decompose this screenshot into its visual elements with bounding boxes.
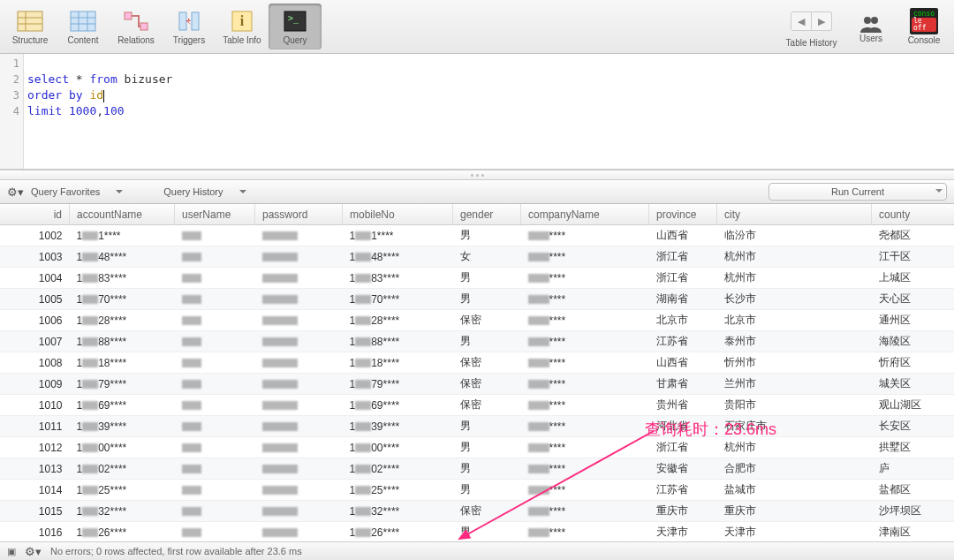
tool-label: Table History — [786, 38, 837, 48]
table-row[interactable]: 1014125****125****男****江苏省盐城市盐都区江苏省盐城市 — [0, 480, 954, 501]
col-userName[interactable]: userName — [175, 204, 255, 225]
col-id[interactable]: id — [0, 204, 70, 225]
table-row[interactable]: 1008118****118****保密****山西省忻州市忻府区山西省忻州市 — [0, 352, 954, 374]
table-row[interactable]: 1007188****188****男****江苏省泰州市海陵区江苏省泰州市 — [0, 331, 954, 352]
tool-structure[interactable]: Structure — [4, 4, 57, 49]
info-icon: i — [228, 8, 256, 34]
status-text: No errors; 0 rows affected, first row av… — [50, 546, 302, 556]
svg-rect-12 — [192, 12, 199, 30]
tool-triggers[interactable]: Triggers — [163, 4, 216, 49]
tool-label: Console — [908, 35, 941, 45]
content-icon — [69, 8, 97, 34]
col-city[interactable]: city — [717, 204, 872, 225]
nav-forward-button[interactable]: ▶ — [812, 11, 832, 31]
col-mobileNo[interactable]: mobileNo — [343, 204, 453, 225]
run-current-button[interactable]: Run Current — [768, 183, 947, 201]
col-province[interactable]: province — [649, 204, 717, 225]
col-county[interactable]: county — [872, 204, 955, 225]
table-row[interactable]: 1012100****100****男****浙江省杭州市拱墅区浙江省杭州市 — [0, 437, 954, 458]
col-password[interactable]: password — [255, 204, 343, 225]
tool-relations[interactable]: Relations — [110, 4, 163, 49]
tool-query[interactable]: >_ Query — [269, 4, 322, 49]
status-gear-icon[interactable]: ⚙︎▾ — [25, 545, 42, 558]
svg-rect-11 — [179, 12, 186, 30]
svg-text:>_: >_ — [288, 13, 299, 24]
table-row[interactable]: 1003148****148****女****浙江省杭州市江干区浙江省杭州市 — [0, 246, 954, 268]
relations-icon — [122, 8, 150, 34]
line-gutter: 1234 — [0, 54, 24, 169]
nav-arrows: ◀ ▶ — [791, 11, 832, 31]
query-icon: >_ — [281, 8, 309, 34]
gear-icon[interactable]: ⚙︎▾ — [7, 185, 24, 199]
query-favorites-dropdown[interactable]: Query Favorites — [27, 186, 126, 197]
tool-tableinfo[interactable]: i Table Info — [216, 4, 269, 49]
table-row[interactable]: 1013102****102****男****安徽省合肥市庐安徽省合肥市 — [0, 458, 954, 480]
col-gender[interactable]: gender — [453, 204, 521, 225]
svg-rect-10 — [140, 23, 148, 30]
tool-users[interactable]: Users — [844, 4, 897, 49]
svg-rect-0 — [18, 11, 42, 31]
table-row[interactable]: 1006128****128****保密****北京市北京市通州区北京市北京市 — [0, 310, 954, 331]
status-bar: ▣ ⚙︎▾ No errors; 0 rows affected, first … — [0, 541, 954, 560]
tool-label: Users — [859, 34, 882, 43]
tool-label: Relations — [117, 35, 155, 45]
tool-label: Triggers — [173, 35, 205, 45]
query-midbar: ⚙︎▾ Query Favorites Query History Run Cu… — [0, 180, 954, 204]
table-header-row: id accountName userName password mobileN… — [0, 204, 954, 225]
code-area[interactable]: select * from bizuser order by id limit … — [24, 54, 954, 169]
svg-rect-4 — [71, 11, 95, 31]
layout-toggle-icon[interactable]: ▣ — [7, 546, 16, 557]
tool-content[interactable]: Content — [57, 4, 110, 49]
col-companyName[interactable]: companyName — [521, 204, 649, 225]
triggers-icon — [175, 8, 203, 34]
tool-label: Structure — [12, 35, 49, 45]
pane-drag-handle[interactable] — [0, 170, 954, 180]
structure-icon — [16, 8, 44, 34]
tool-label: Content — [67, 35, 98, 45]
query-history-dropdown[interactable]: Query History — [160, 186, 249, 197]
table-row[interactable]: 1005170****170****男****湖南省长沙市天心区湖南省长沙市 — [0, 289, 954, 310]
table-row[interactable]: 1011139****139****男****河北省石家庄市长安区河北省石家庄 — [0, 416, 954, 437]
console-icon: console off — [910, 8, 938, 34]
svg-text:i: i — [240, 13, 245, 28]
tool-label: Query — [283, 35, 307, 45]
tool-console[interactable]: console off Console — [897, 4, 950, 49]
col-accountName[interactable]: accountName — [70, 204, 175, 225]
tool-tablehistory[interactable]: ◀ ▶ Table History — [778, 4, 844, 49]
results-table[interactable]: id accountName userName password mobileN… — [0, 204, 954, 560]
tool-label: Table Info — [223, 35, 261, 45]
table-row[interactable]: 1004183****183****男****浙江省杭州市上城区浙江省杭州市 — [0, 268, 954, 289]
table-row[interactable]: 1015132****132****保密****重庆市重庆市沙坪坝区重庆市重庆市 — [0, 501, 954, 522]
table-row[interactable]: 1016126****126****男****天津市天津市津南区天津市天津市 — [0, 522, 954, 543]
table-row[interactable]: 100211****11****男****山西省临汾市尧都区山西省临汾市 — [0, 225, 954, 246]
run-label: Run Current — [831, 186, 884, 197]
table-row[interactable]: 1009179****179****保密****甘肃省兰州市城关区甘肃省兰州市 — [0, 374, 954, 395]
table-row[interactable]: 1010169****169****保密****贵州省贵阳市观山湖区贵州省贵阳市 — [0, 395, 954, 416]
nav-back-button[interactable]: ◀ — [791, 11, 812, 31]
sql-editor[interactable]: 1234 select * from bizuser order by id l… — [0, 54, 954, 170]
users-icon — [857, 10, 885, 33]
svg-rect-9 — [125, 12, 132, 19]
toolbar: Structure Content Relations Triggers i T… — [0, 0, 954, 54]
